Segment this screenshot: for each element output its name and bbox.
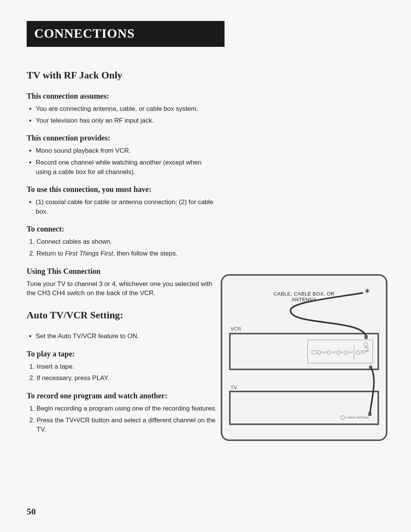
must-have-title: To use this connection, you must have: bbox=[27, 185, 217, 194]
italic-ref: First Things First bbox=[65, 250, 113, 257]
manual-page: CONNECTIONS TV with RF Jack Only This co… bbox=[0, 0, 411, 532]
assumes-list: You are connecting antenna, cable, or ca… bbox=[27, 104, 217, 125]
tv-box: CABLE/ ANTENNA bbox=[229, 391, 379, 425]
play-title: To play a tape: bbox=[27, 350, 217, 358]
list-item: Your television has only an RF input jac… bbox=[36, 116, 217, 126]
diagram-top-label: CABLE, CABLE BOX, OR ANTENNA bbox=[263, 291, 345, 302]
jack-icon bbox=[341, 415, 345, 420]
auto-title: Auto TV/VCR Setting: bbox=[27, 310, 217, 321]
tv-jack: CABLE/ ANTENNA bbox=[340, 415, 369, 420]
provides-title: This connection provides: bbox=[27, 134, 217, 142]
using-title: Using This Connection bbox=[27, 267, 217, 276]
vcr-box: R -AUDIO- L VIDEO ANT IN ANTIN OUT OUT I… bbox=[229, 333, 379, 370]
connect-title: To connect: bbox=[27, 225, 217, 233]
switch-icon bbox=[312, 350, 317, 354]
tv-jack-label: CABLE/ ANTENNA bbox=[346, 416, 369, 419]
jack-icon bbox=[337, 350, 340, 355]
auto-list: Set the Auto TV/VCR feature to ON. bbox=[27, 332, 217, 341]
list-item: Return to First Things First, then follo… bbox=[37, 249, 217, 259]
list-item: Record one channel while watching anothe… bbox=[36, 158, 217, 177]
panel-bottom-row: OUT OUT IN OUT VHF/UHFCATV bbox=[312, 345, 369, 360]
jack-label: OUT bbox=[348, 351, 353, 353]
using-body: Tune your TV to channel 3 or 4, whicheve… bbox=[27, 280, 217, 298]
antenna-icon: ✶ bbox=[364, 286, 371, 296]
play-list: Insert a tape. If necessary, press PLAY. bbox=[27, 362, 217, 383]
list-item: Set the Auto TV/VCR feature to ON. bbox=[36, 332, 217, 341]
section-title: TV with RF Jack Only bbox=[27, 70, 217, 81]
jack-icon bbox=[317, 350, 321, 355]
connect-step-2b: , then follow the steps. bbox=[113, 250, 177, 257]
tv-label: TV bbox=[231, 385, 237, 390]
connect-list: Connect cables as shown. Return to First… bbox=[27, 237, 217, 258]
assumes-title: This connection assumes: bbox=[27, 92, 217, 101]
list-item: Press the TV•VCR button and select a dif… bbox=[37, 416, 217, 435]
vcr-label: VCR bbox=[231, 326, 241, 332]
connect-step-2a: Return to bbox=[37, 250, 65, 257]
page-header: CONNECTIONS bbox=[27, 21, 225, 47]
list-item: Insert a tape. bbox=[37, 362, 217, 372]
list-item: Mono sound playback from VCR. bbox=[36, 146, 217, 156]
list-item: (1) coaxial cable for cable or antenna c… bbox=[36, 198, 217, 216]
list-item: Begin recording a program using one of t… bbox=[37, 404, 217, 414]
jack-label: IN bbox=[341, 351, 343, 353]
record-title: To record one program and watch another: bbox=[27, 391, 217, 400]
must-have-list: (1) coaxial cable for cable or antenna c… bbox=[27, 198, 217, 216]
list-item: If necessary, press PLAY. bbox=[37, 374, 217, 383]
jack-label: OUT bbox=[331, 351, 336, 353]
divider bbox=[354, 345, 354, 360]
record-list: Begin recording a program using one of t… bbox=[27, 404, 217, 435]
provides-list: Mono sound playback from VCR. Record one… bbox=[27, 146, 217, 177]
jack-icon bbox=[356, 350, 360, 355]
vcr-back-panel: R -AUDIO- L VIDEO ANT IN ANTIN OUT OUT I… bbox=[307, 340, 373, 363]
content-column: TV with RF Jack Only This connection ass… bbox=[27, 70, 217, 435]
list-item: You are connecting antenna, cable, or ca… bbox=[36, 104, 217, 114]
jack-icon bbox=[327, 350, 330, 355]
list-item: Connect cables as shown. bbox=[37, 237, 217, 247]
jack-label: VHF/UHFCATV bbox=[360, 350, 369, 354]
page-number: 50 bbox=[27, 506, 36, 517]
jack-icon bbox=[344, 350, 347, 355]
jack-label: OUT bbox=[322, 351, 327, 353]
connection-diagram: CABLE, CABLE BOX, OR ANTENNA ✶ VCR R -AU… bbox=[221, 274, 387, 441]
